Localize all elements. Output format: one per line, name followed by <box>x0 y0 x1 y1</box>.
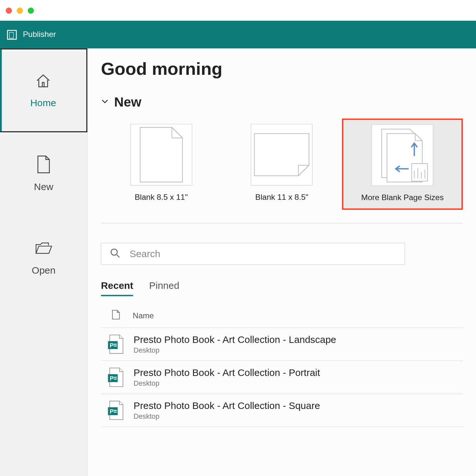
template-more-blank-sizes[interactable]: More Blank Page Sizes <box>342 119 463 210</box>
file-name: Presto Photo Book - Art Collection - Squ… <box>133 400 320 412</box>
sidebar-item-open[interactable]: Open <box>0 216 87 300</box>
file-icon <box>111 309 123 322</box>
svg-rect-14 <box>114 379 117 380</box>
svg-rect-9 <box>114 344 117 345</box>
template-blank-portrait[interactable]: Blank 8.5 x 11" <box>101 122 221 210</box>
template-thumbnail <box>372 124 434 186</box>
template-label: Blank 8.5 x 11" <box>135 193 188 202</box>
publisher-file-icon: P <box>107 400 124 421</box>
svg-text:P: P <box>110 408 114 415</box>
section-title: New <box>114 95 142 110</box>
template-blank-landscape[interactable]: Blank 11 x 8.5" <box>221 122 342 210</box>
section-new-header[interactable]: New <box>101 95 463 110</box>
sidebar-item-label: New <box>34 181 53 192</box>
tab-pinned[interactable]: Pinned <box>149 280 179 296</box>
recent-list-header[interactable]: Name <box>101 309 463 327</box>
file-location: Desktop <box>133 346 336 355</box>
svg-line-6 <box>117 255 119 257</box>
sidebar-item-label: Home <box>30 97 56 109</box>
template-label: More Blank Page Sizes <box>361 193 444 202</box>
template-thumbnail <box>251 124 313 186</box>
template-thumbnail <box>130 124 192 186</box>
window-controls <box>0 0 476 21</box>
column-name: Name <box>133 311 154 321</box>
svg-text:P: P <box>110 375 114 382</box>
publisher-file-icon: P <box>107 334 124 355</box>
title-bar: Publisher <box>0 21 476 49</box>
template-label: Blank 11 x 8.5" <box>255 193 308 202</box>
publisher-app-icon <box>7 30 17 40</box>
svg-point-5 <box>111 249 117 255</box>
template-row: Blank 8.5 x 11" Blank 11 x 8.5" <box>101 122 463 223</box>
svg-rect-13 <box>114 377 117 378</box>
minimize-window-button[interactable] <box>17 7 23 13</box>
search-input[interactable] <box>130 248 396 259</box>
greeting-heading: Good morning <box>101 59 463 79</box>
svg-rect-17 <box>114 410 117 411</box>
sidebar-item-home[interactable]: Home <box>0 49 87 132</box>
sidebar-item-label: Open <box>32 265 55 276</box>
app-title: Publisher <box>23 30 56 40</box>
svg-rect-18 <box>114 412 117 413</box>
file-location: Desktop <box>133 380 320 388</box>
search-icon <box>110 248 120 259</box>
maximize-window-button[interactable] <box>28 7 34 13</box>
sidebar-item-new[interactable]: New <box>0 132 87 216</box>
recent-file-row[interactable]: P Presto Photo Book - Art Collection - S… <box>101 393 463 427</box>
svg-rect-10 <box>114 346 117 346</box>
backstage-main: Good morning New Blank 8.5 <box>88 49 476 476</box>
open-folder-icon <box>35 239 52 257</box>
close-window-button[interactable] <box>6 7 12 13</box>
new-file-icon <box>35 155 52 173</box>
backstage-sidebar: Home New Open <box>0 49 88 476</box>
file-name: Presto Photo Book - Art Collection - Lan… <box>133 334 336 346</box>
chevron-down-icon <box>101 97 109 107</box>
file-location: Desktop <box>133 413 320 421</box>
recent-tabs: Recent Pinned <box>101 280 463 296</box>
publisher-file-icon: P <box>107 367 124 388</box>
file-name: Presto Photo Book - Art Collection - Por… <box>133 367 320 379</box>
home-icon <box>34 72 52 89</box>
search-box[interactable] <box>101 243 405 265</box>
tab-recent[interactable]: Recent <box>101 280 133 296</box>
svg-text:P: P <box>110 342 114 349</box>
recent-file-row[interactable]: P Presto Photo Book - Art Collection - P… <box>101 360 463 393</box>
recent-file-row[interactable]: P Presto Photo Book - Art Collection - L… <box>101 327 463 360</box>
